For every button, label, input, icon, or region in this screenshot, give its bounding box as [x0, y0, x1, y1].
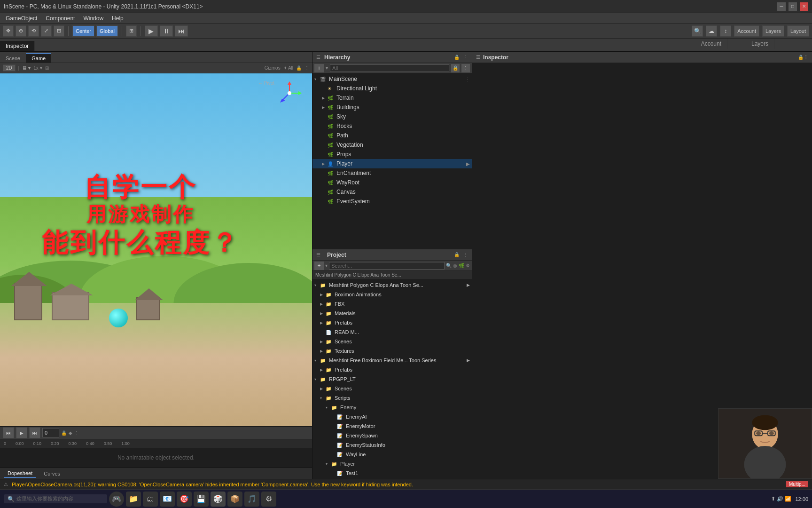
tool-hand[interactable]: ✥: [3, 25, 14, 37]
anim-more[interactable]: ⋮: [74, 430, 79, 436]
proj-item-meshtint2[interactable]: ▾ 📁 Meshtint Free Boximon Field Me... To…: [312, 356, 472, 365]
proj-item-enemyai[interactable]: 📝 EnemyAI: [312, 412, 472, 421]
anim-next[interactable]: ⏭: [29, 427, 40, 438]
account-button[interactable]: Account: [734, 25, 759, 37]
taskbar-icon-1[interactable]: 🎮: [109, 492, 124, 507]
proj-meshtint2-more[interactable]: ▶: [467, 358, 470, 363]
scene-lock[interactable]: 🔒: [296, 65, 302, 71]
proj-item-readme[interactable]: 📄 READ M...: [312, 327, 472, 337]
anim-prev[interactable]: ⏮: [3, 427, 14, 438]
menu-gameobject[interactable]: GameObject: [2, 14, 41, 23]
proj-item-meshtint[interactable]: ▾ 📁 Meshtint Polygon C Elope Ana Toon Se…: [312, 280, 472, 290]
proj-item-scenes[interactable]: ▶ 📁 Scenes: [312, 337, 472, 346]
hier-lock-btn[interactable]: 🔒: [451, 64, 460, 72]
status-warning-text[interactable]: Player\OpenCloseCamera.cs(11,20): warnin…: [12, 482, 413, 487]
menu-component[interactable]: Component: [42, 14, 78, 23]
grid-button[interactable]: ⊞: [126, 25, 137, 37]
tool-rotate[interactable]: ⟲: [28, 25, 39, 37]
tab-layers[interactable]: Layers: [746, 39, 774, 49]
taskbar-icon-7[interactable]: 📦: [227, 492, 242, 507]
proj-item-fbx[interactable]: ▶ 📁 FBX: [312, 299, 472, 309]
proj-item-enemy[interactable]: ▾ 📁 Enemy: [312, 403, 472, 412]
taskbar-icon-3[interactable]: 🗂: [143, 492, 158, 507]
hier-dropdown-arrow[interactable]: ▾: [326, 65, 328, 71]
tab-curves[interactable]: Curves: [40, 470, 64, 477]
proj-icon2[interactable]: 🌿: [459, 263, 464, 268]
hier-more[interactable]: ⋮: [463, 55, 468, 60]
hier-item-vegetation[interactable]: 🌿 Vegetation: [312, 140, 472, 150]
hier-item-dirlight[interactable]: ☀ Directional Light: [312, 84, 472, 93]
proj-item-textures[interactable]: ▶ 📁 Textures: [312, 346, 472, 356]
tab-scene[interactable]: Scene: [0, 54, 26, 63]
proj-item-player-folder[interactable]: ▾ 📁 Player: [312, 459, 472, 468]
scene-more[interactable]: ⋮: [304, 65, 309, 71]
proj-meshtint-more[interactable]: ▶: [467, 283, 470, 287]
pause-button[interactable]: ⏸: [160, 25, 173, 37]
tab-dopesheet[interactable]: Dopesheet: [4, 469, 36, 478]
proj-item-wayline[interactable]: 📝 WayLine: [312, 450, 472, 459]
step-button[interactable]: ⏭: [175, 25, 188, 37]
hier-item-enchantment[interactable]: 🌿 EnChantment: [312, 168, 472, 178]
proj-item-prefabs[interactable]: ▶ 📁 Prefabs: [312, 318, 472, 327]
proj-item-test1[interactable]: 📝 Test1: [312, 468, 472, 478]
taskbar-icon-2[interactable]: 📁: [126, 492, 141, 507]
proj-item-boximon-anim[interactable]: ▶ 📁 Boximon Animations: [312, 290, 472, 299]
close-button[interactable]: ✕: [800, 2, 808, 11]
layout-button[interactable]: Layout: [787, 25, 809, 37]
proj-item-rpgpp[interactable]: ▾ 📁 RPGPP_LT: [312, 374, 472, 384]
hier-item-sky[interactable]: 🌿 Sky: [312, 112, 472, 121]
anim-key[interactable]: ◆: [69, 430, 72, 436]
layers-button[interactable]: Layers: [762, 25, 784, 37]
taskbar-icon-9[interactable]: ⚙: [261, 492, 276, 507]
menu-help[interactable]: Help: [108, 14, 127, 23]
proj-item-scenes2[interactable]: ▶ 📁 Scenes: [312, 384, 472, 393]
proj-item-enemyspawn[interactable]: 📝 EnemySpawn: [312, 431, 472, 440]
menu-window[interactable]: Window: [79, 14, 107, 23]
anim-play[interactable]: ▶: [16, 427, 27, 438]
filter-label[interactable]: ✦ All: [283, 65, 293, 71]
taskbar-icon-unity[interactable]: 🎲: [211, 492, 226, 507]
tool-rect[interactable]: ⊞: [54, 25, 64, 37]
project-search-input[interactable]: [329, 262, 445, 270]
anim-frame-input[interactable]: [42, 428, 59, 437]
hier-hamburger[interactable]: ☰: [316, 55, 320, 60]
proj-add-btn[interactable]: +: [314, 262, 324, 270]
center-button[interactable]: Center: [72, 25, 94, 37]
taskbar-icon-6[interactable]: 💾: [194, 492, 209, 507]
tool-scale[interactable]: ⤢: [41, 25, 52, 37]
hier-item-player[interactable]: ▶ 👤 Player ▶: [312, 159, 472, 168]
proj-icon3[interactable]: ⚙: [466, 263, 470, 268]
hier-item-buildings[interactable]: ▶ 🌿 Buildings: [312, 103, 472, 112]
proj-more[interactable]: ⋮: [463, 252, 468, 257]
maximize-button[interactable]: □: [789, 2, 797, 11]
minimize-button[interactable]: ─: [777, 2, 786, 11]
hier-item-path[interactable]: 🌿 Path: [312, 131, 472, 140]
2d-toggle[interactable]: 2D: [3, 64, 16, 71]
proj-item-enemymotor[interactable]: 📝 EnemyMotor: [312, 421, 472, 431]
hier-item-rocks[interactable]: 🌿 Rocks: [312, 121, 472, 131]
hier-item-props[interactable]: 🌿 Props: [312, 150, 472, 159]
maximize-toggle[interactable]: ⊞: [45, 65, 49, 71]
hier-item-wayroot[interactable]: 🌿 WayRoot: [312, 178, 472, 187]
taskbar-icon-8[interactable]: 🎵: [244, 492, 259, 507]
collab-btn[interactable]: ☁: [706, 25, 717, 37]
tab-game[interactable]: Game: [26, 53, 51, 63]
hier-item-mainscene[interactable]: ▾ 🎬 MainScene ⋮: [312, 74, 472, 84]
proj-icon1[interactable]: ◎: [453, 263, 457, 268]
proj-item-materials[interactable]: ▶ 📁 Materials: [312, 309, 472, 318]
proj-item-enemystatusinfo[interactable]: 📝 EnemyStatusInfo: [312, 440, 472, 450]
hier-options-btn[interactable]: ⋮: [461, 64, 470, 72]
hier-lock[interactable]: 🔒: [454, 55, 460, 60]
taskbar-icon-4[interactable]: 📧: [160, 492, 175, 507]
tab-inspector[interactable]: Inspector: [0, 41, 35, 51]
proj-lock[interactable]: 🔒: [454, 252, 460, 257]
tab-account[interactable]: Account: [695, 39, 727, 49]
aspect-dropdown[interactable]: 🖥 ▾: [22, 65, 31, 71]
insp-hamburger[interactable]: ☰: [476, 55, 480, 60]
hier-more-mainscene[interactable]: ⋮: [465, 77, 470, 82]
services-btn[interactable]: ↕: [720, 25, 731, 37]
proj-dropdown[interactable]: ▾: [325, 263, 328, 268]
proj-item-packages[interactable]: ▶ 📁 Packages: [312, 478, 472, 479]
proj-item-scripts[interactable]: ▾ 📁 Scripts: [312, 393, 472, 403]
taskbar-search[interactable]: 🔍 这里输入你要搜索的内容: [4, 494, 107, 503]
